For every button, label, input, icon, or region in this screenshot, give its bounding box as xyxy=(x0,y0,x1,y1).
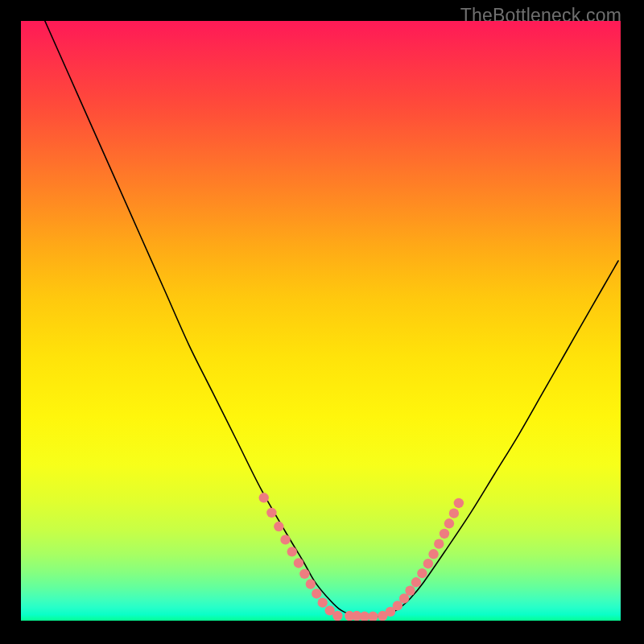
curve-dot xyxy=(423,559,433,568)
plot-area xyxy=(21,21,621,621)
curve-dot xyxy=(444,518,454,528)
curve-dot xyxy=(259,493,269,502)
curve-dots xyxy=(259,493,464,621)
curve-dot xyxy=(287,547,297,556)
curve-dot xyxy=(312,588,321,598)
curve-dot xyxy=(306,579,316,588)
curve-svg xyxy=(21,21,621,621)
curve-dot xyxy=(428,549,438,559)
curve-dot xyxy=(417,568,427,578)
curve-dot xyxy=(318,597,328,607)
curve-dot xyxy=(274,522,283,531)
curve-dot xyxy=(454,498,464,508)
curve-dot xyxy=(299,569,309,579)
chart-container: TheBottleneck.com xyxy=(0,0,644,644)
bottleneck-curve xyxy=(45,21,618,617)
curve-dot xyxy=(449,508,459,518)
curve-dot xyxy=(440,529,449,539)
curve-dot xyxy=(411,577,421,587)
curve-dot xyxy=(368,612,378,621)
curve-dot xyxy=(405,586,415,596)
curve-dot xyxy=(280,535,290,544)
curve-dot xyxy=(294,558,303,568)
curve-dot xyxy=(266,508,276,518)
curve-dot xyxy=(332,611,342,621)
curve-dot xyxy=(434,539,444,548)
